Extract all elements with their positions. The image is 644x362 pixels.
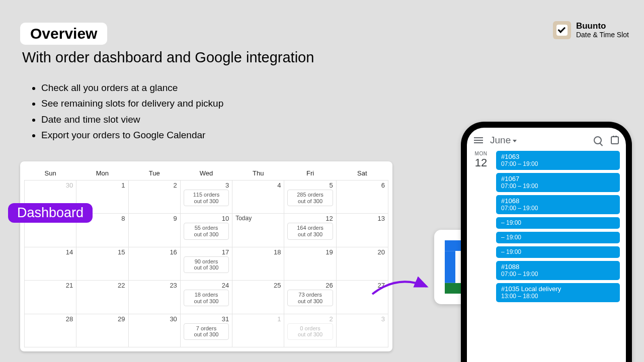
calendar-event[interactable]: – 19:00: [496, 217, 620, 229]
weekday-header: Sun: [25, 165, 76, 180]
weekday-header: Tue: [128, 165, 180, 180]
orders-badge: 73 ordersout of 300: [287, 290, 333, 306]
search-icon[interactable]: [594, 136, 602, 144]
calendar-event[interactable]: #108807:00 – 19:00: [496, 261, 620, 280]
brand-tagline: Date & Time Slot: [576, 31, 629, 39]
weekday-header: Thu: [232, 165, 284, 180]
calendar-cell[interactable]: 23: [128, 281, 180, 314]
calendar-cell[interactable]: 14: [25, 247, 76, 280]
page-title: Overview: [20, 23, 107, 45]
brand-name: Buunto: [576, 22, 629, 31]
dashboard-calendar: SunMonTueWedThuFriSat30123115 ordersout …: [20, 161, 392, 351]
calendar-cell[interactable]: 9: [128, 214, 180, 247]
calendar-cell[interactable]: 6: [336, 180, 388, 214]
calendar-cell[interactable]: 317 ordersout of 300: [180, 314, 232, 347]
orders-badge: 90 ordersout of 300: [184, 256, 229, 273]
calendar-cell[interactable]: 5285 ordersout of 300: [284, 180, 336, 214]
dashboard-badge: Dashboard: [8, 203, 93, 223]
bullet-item: Date and time slot view: [41, 112, 223, 127]
calendar-cell[interactable]: 28: [25, 314, 76, 347]
subtitle: With order dashboard and Google integrat…: [22, 49, 314, 66]
brand-logo-icon: [553, 21, 571, 39]
calendar-cell[interactable]: 1055 ordersout of 300: [180, 214, 232, 247]
calendar-event[interactable]: #106807:00 – 19:00: [496, 195, 620, 214]
hamburger-icon[interactable]: [474, 137, 483, 143]
calendar-cell[interactable]: 3115 ordersout of 300: [180, 180, 232, 214]
calendar-cell[interactable]: Today: [232, 214, 284, 247]
calendar-cell[interactable]: 3: [336, 314, 388, 347]
calendar-cell[interactable]: 2673 ordersout of 300: [284, 281, 336, 314]
weekday-header: Mon: [76, 165, 128, 180]
calendar-cell[interactable]: 25: [232, 281, 284, 314]
calendar-event[interactable]: #1035 Local delivery13:00 – 18:00: [496, 283, 620, 302]
svg-rect-1: [445, 251, 455, 283]
calendar-event[interactable]: – 19:00: [496, 232, 620, 243]
calendar-cell[interactable]: 2418 ordersout of 300: [180, 281, 232, 314]
calendar-event[interactable]: #106707:00 – 19:00: [496, 173, 620, 192]
calendar-cell[interactable]: 1790 ordersout of 300: [180, 247, 232, 280]
weekday-header: Wed: [180, 165, 232, 180]
calendar-cell[interactable]: 19: [284, 247, 336, 280]
calendar-cell[interactable]: 4: [232, 180, 284, 214]
orders-badge: 55 ordersout of 300: [184, 223, 229, 239]
orders-badge: 115 ordersout of 300: [184, 190, 229, 206]
calendar-cell[interactable]: 29: [76, 314, 128, 347]
calendar-cell[interactable]: 15: [76, 247, 128, 280]
brand-block: Buunto Date & Time Slot: [553, 21, 629, 39]
calendar-cell[interactable]: 18: [232, 247, 284, 280]
day-column-header: MON 12: [471, 151, 491, 302]
orders-badge: 164 ordersout of 300: [287, 223, 333, 239]
bullet-item: Export your orders to Google Calendar: [41, 128, 223, 142]
orders-badge: 7 ordersout of 300: [184, 323, 229, 340]
orders-badge: 285 ordersout of 300: [287, 190, 333, 206]
calendar-cell[interactable]: 22: [76, 281, 128, 314]
calendar-cell[interactable]: 1: [232, 314, 284, 347]
orders-badge: 0 ordersout of 300: [287, 323, 333, 340]
today-icon[interactable]: [611, 136, 619, 144]
calendar-cell[interactable]: 21: [25, 281, 76, 314]
bullet-item: See remaining slots for delivery and pic…: [41, 96, 223, 111]
calendar-cell[interactable]: 12164 ordersout of 300: [284, 214, 336, 247]
calendar-event[interactable]: – 19:00: [496, 246, 620, 258]
weekday-header: Fri: [284, 165, 336, 180]
month-dropdown[interactable]: June: [490, 135, 587, 146]
feature-bullets: Check all you orders at a glance See rem…: [41, 80, 223, 144]
phone-mockup: June MON 12 #106307:00 – 19:00#106707:00…: [461, 122, 632, 362]
calendar-cell[interactable]: 27: [336, 281, 388, 314]
weekday-header: Sat: [336, 165, 388, 180]
calendar-cell[interactable]: 13: [336, 214, 388, 247]
orders-badge: 18 ordersout of 300: [184, 290, 229, 306]
calendar-cell[interactable]: 20 ordersout of 300: [284, 314, 336, 347]
bullet-item: Check all you orders at a glance: [41, 80, 223, 95]
chevron-down-icon: [513, 140, 517, 142]
calendar-cell[interactable]: 2: [128, 180, 180, 214]
calendar-cell[interactable]: 30: [128, 314, 180, 347]
calendar-cell[interactable]: 20: [336, 247, 388, 280]
calendar-event[interactable]: #106307:00 – 19:00: [496, 151, 620, 170]
calendar-cell[interactable]: 16: [128, 247, 180, 280]
